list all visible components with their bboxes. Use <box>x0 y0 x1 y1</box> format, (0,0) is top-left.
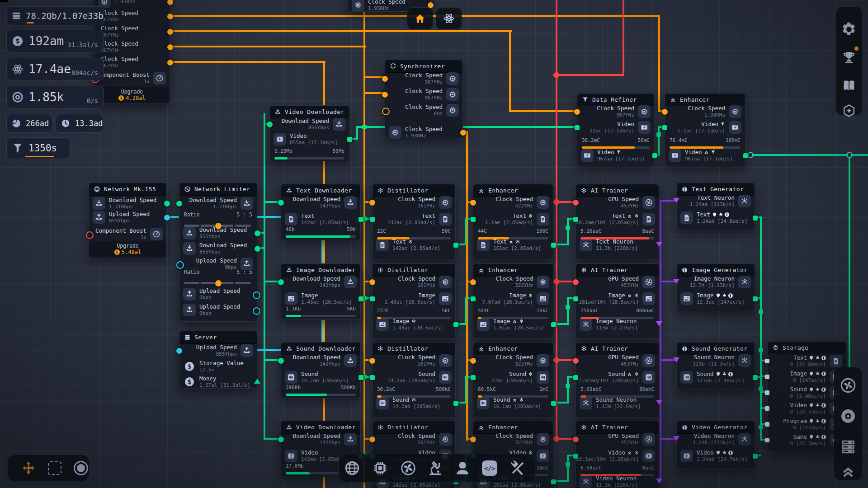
node-enhancer-text[interactable]: EnhancerClock Speed322YHzText1.1ae [2.85… <box>473 184 553 259</box>
select-tool[interactable] <box>46 455 64 481</box>
port-cyan[interactable] <box>253 291 260 299</box>
node-synchronizer[interactable]: SynchronizerClock Speed967YHzClock Speed… <box>385 60 463 138</box>
port-green[interactable] <box>255 246 260 252</box>
port-orange[interactable] <box>470 200 476 206</box>
port-orange[interactable] <box>382 108 390 115</box>
port-green[interactable] <box>347 137 352 142</box>
port-green[interactable] <box>471 375 476 380</box>
port-orange[interactable] <box>574 109 580 115</box>
upgrade-footer[interactable]: Upgrade$4.28al <box>94 87 170 103</box>
port-green[interactable] <box>753 216 758 221</box>
tools-tab[interactable] <box>507 454 528 482</box>
port-purple[interactable] <box>673 198 679 203</box>
port-green[interactable] <box>278 358 284 364</box>
port-orange[interactable] <box>369 279 375 285</box>
port-orange[interactable] <box>382 92 388 98</box>
port-green[interactable] <box>278 436 284 442</box>
ratio-slider-knob[interactable] <box>215 223 222 229</box>
node-enhancer-image[interactable]: EnhancerClock Speed322YHzImage7.07ad [28… <box>473 263 553 339</box>
node-distillator-text[interactable]: DistillatorClock Speed161YHzText142ac [2… <box>372 184 456 259</box>
home-button[interactable] <box>407 7 433 30</box>
port-red[interactable] <box>573 358 579 364</box>
port-orange[interactable] <box>167 29 173 35</box>
cooling-tab[interactable] <box>397 454 419 482</box>
port-orange[interactable] <box>460 130 466 136</box>
port-purple[interactable] <box>656 242 662 247</box>
disc-button[interactable] <box>834 407 862 426</box>
node-sound-downloader[interactable]: Sound DownloaderDownload Speed142YbpsSou… <box>281 342 361 399</box>
node-ai-trainer-video[interactable]: AI TrainerGPU Speed453YHzVideo20.1ac/10t… <box>576 421 659 488</box>
port-green[interactable] <box>573 296 578 301</box>
node-image-downloader[interactable]: Image DownloaderDownload Speed142YbpsIma… <box>281 263 361 320</box>
achievements-button[interactable] <box>836 49 862 66</box>
node-data-refiner[interactable]: Data RefinerClock Speed967YHzVideo22ac [… <box>577 93 655 166</box>
port-green[interactable] <box>359 375 363 380</box>
node-ai-trainer-sound[interactable]: AI TrainerGPU Speed453YHzSound2.82ad/10t… <box>576 342 659 418</box>
move-tool[interactable] <box>19 455 38 481</box>
port-white[interactable] <box>765 375 769 379</box>
port-green[interactable] <box>753 375 758 380</box>
hardware-tab[interactable] <box>369 454 391 482</box>
port-green[interactable] <box>370 375 375 380</box>
node-text-downloader[interactable]: Text DownloaderDownload Speed142YbpsText… <box>281 184 361 240</box>
port-orange[interactable] <box>470 279 476 285</box>
node-enhancer-video-top[interactable]: EnhancerClock Speed1.93RHzVideo1.1ac [17… <box>665 93 745 166</box>
ratio-slider[interactable] <box>184 282 252 284</box>
port-orange[interactable] <box>167 44 173 50</box>
port-green[interactable] <box>753 454 758 459</box>
prestige-button[interactable] <box>836 102 862 119</box>
port-purple[interactable] <box>656 479 662 483</box>
node-text-generator[interactable]: Text GeneratorText Neuron1.24aa [113b/s]… <box>676 183 755 230</box>
node-video-downloader-top[interactable]: Video DownloaderDownload Speed855YbpsVid… <box>269 105 349 161</box>
port-green[interactable] <box>743 153 748 158</box>
port-green[interactable] <box>471 217 476 222</box>
port-orange[interactable] <box>167 0 173 5</box>
port-green[interactable] <box>370 296 375 301</box>
node-image-generator[interactable]: Image GeneratorImage Neuron12.3t [1.13b/… <box>676 263 755 311</box>
port-orange[interactable] <box>369 200 375 206</box>
node-enhancer-sound[interactable]: EnhancerClock Speed322YHzSound72ac [285a… <box>473 342 553 418</box>
port-purple[interactable] <box>673 436 679 441</box>
port-green[interactable] <box>370 217 375 222</box>
port-green[interactable] <box>573 217 578 222</box>
port-cyan[interactable] <box>176 261 184 269</box>
port-green[interactable] <box>551 401 556 406</box>
port-white[interactable] <box>765 422 769 427</box>
port-green[interactable] <box>453 322 458 327</box>
port-red[interactable] <box>573 436 579 442</box>
upgrade-footer[interactable]: Upgrade$5.48al <box>89 241 166 258</box>
port-green[interactable] <box>254 379 260 384</box>
port-orange[interactable] <box>382 76 388 82</box>
port-purple[interactable] <box>673 279 679 284</box>
node-distillator-sound[interactable]: DistillatorClock Speed161YHzSound14.2ab … <box>372 342 456 418</box>
port-green[interactable] <box>278 279 284 285</box>
node-network-mk155[interactable]: Network Mk.155Download Speed1.71RbpsUplo… <box>89 183 167 258</box>
port-red[interactable] <box>573 279 579 285</box>
port-green[interactable] <box>453 401 458 406</box>
port-green[interactable] <box>551 243 556 248</box>
port-cyan[interactable] <box>176 348 182 354</box>
node-distillator-image[interactable]: DistillatorClock Speed161YHzImage1.43ac … <box>372 263 456 339</box>
port-cyan[interactable] <box>253 307 260 315</box>
port-green[interactable] <box>573 375 578 380</box>
encyclopedia-button[interactable] <box>836 77 862 94</box>
research-button[interactable] <box>436 7 462 30</box>
port-orange[interactable] <box>470 436 476 442</box>
port-green[interactable] <box>267 122 273 127</box>
port-purple[interactable] <box>656 400 662 405</box>
port-green[interactable] <box>164 201 170 206</box>
collapse-button[interactable] <box>834 462 862 481</box>
shutter-button[interactable] <box>834 376 862 395</box>
port-green[interactable] <box>573 454 578 459</box>
network-tab[interactable] <box>341 454 363 482</box>
port-green[interactable] <box>255 230 260 236</box>
servers-button[interactable] <box>834 437 862 456</box>
port-green[interactable] <box>662 125 667 130</box>
port-green[interactable] <box>278 200 284 206</box>
port-red[interactable] <box>86 231 94 239</box>
port-green[interactable] <box>652 153 657 158</box>
port-white[interactable] <box>765 390 769 395</box>
node-network-limiter[interactable]: Network LimiterDownload Speed1.71RbpsDow… <box>179 183 257 322</box>
port-green[interactable] <box>551 322 556 327</box>
port-white[interactable] <box>765 406 769 411</box>
